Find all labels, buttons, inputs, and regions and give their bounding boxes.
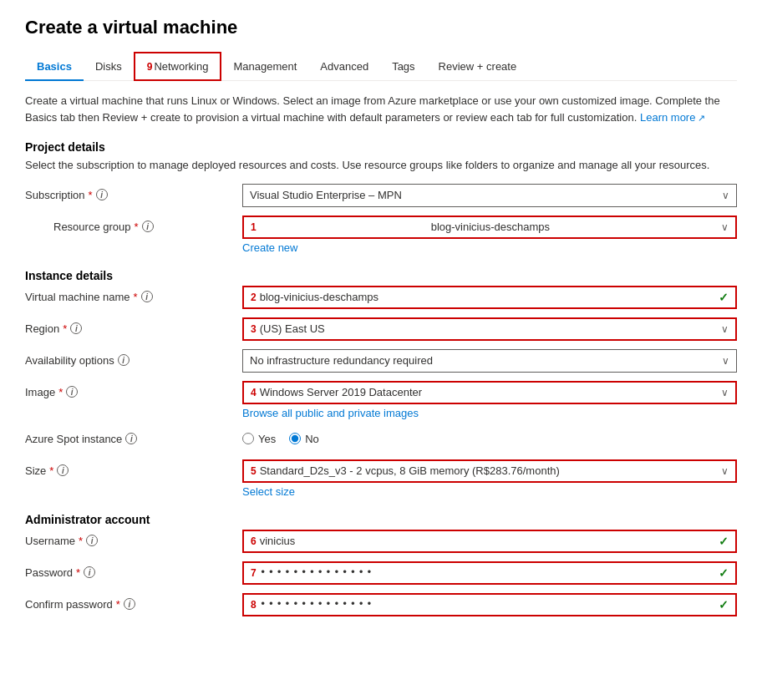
subscription-dropdown-arrow: ∨ [722, 190, 729, 201]
size-label: Size * i [25, 459, 242, 477]
username-info-icon[interactable]: i [86, 535, 98, 546]
spot-yes-option[interactable]: Yes [242, 433, 276, 445]
tab-disks[interactable]: Disks [84, 53, 134, 81]
image-number: 4 [251, 387, 257, 398]
spot-label: Azure Spot instance i [25, 428, 242, 445]
region-control: 3 (US) East US ∨ [242, 317, 737, 341]
spot-info-icon[interactable]: i [125, 433, 137, 444]
select-size-link[interactable]: Select size [242, 485, 737, 498]
resource-group-label: Resource group * i [25, 216, 242, 233]
admin-account-section: Administrator account Username * i 6 vin… [25, 513, 737, 616]
spot-yes-radio[interactable] [242, 433, 254, 444]
availability-dropdown-arrow: ∨ [722, 355, 729, 367]
spot-no-radio[interactable] [289, 433, 301, 444]
region-dropdown-arrow: ∨ [721, 323, 729, 335]
size-row: Size * i 5 Standard_D2s_v3 - 2 vcpus, 8 … [25, 459, 737, 498]
admin-account-title: Administrator account [25, 513, 737, 526]
browse-images-link[interactable]: Browse all public and private images [242, 407, 737, 419]
size-control: 5 Standard_D2s_v3 - 2 vcpus, 8 GiB memor… [242, 459, 737, 498]
size-number: 5 [251, 465, 257, 477]
learn-more-link[interactable]: Learn more [640, 111, 706, 124]
vm-name-label: Virtual machine name * i [25, 286, 242, 303]
confirm-password-info-icon[interactable]: i [124, 598, 135, 610]
tab-basics[interactable]: Basics [25, 53, 84, 81]
resource-group-number: 1 [251, 221, 257, 233]
region-dropdown[interactable]: 3 (US) East US ∨ [242, 317, 737, 341]
username-valid-icon: ✓ [719, 535, 729, 548]
vm-name-row: Virtual machine name * i 2 blog-vinicius… [25, 286, 737, 309]
availability-label: Availability options i [25, 349, 242, 367]
image-dropdown[interactable]: 4 Windows Server 2019 Datacenter ∨ [242, 381, 737, 404]
confirm-password-number: 8 [251, 599, 257, 611]
spot-no-option[interactable]: No [289, 433, 319, 445]
password-label: Password * i [25, 561, 242, 579]
confirm-password-control: 8 •••••••••••••• ✓ [242, 593, 737, 616]
vm-name-input[interactable]: 2 blog-vinicius-deschamps ✓ [242, 286, 737, 309]
region-label: Region * i [25, 317, 242, 335]
tab-review-create[interactable]: Review + create [427, 53, 529, 81]
region-row: Region * i 3 (US) East US ∨ [25, 317, 737, 341]
password-input[interactable]: 7 •••••••••••••• ✓ [242, 561, 737, 585]
vm-name-valid-icon: ✓ [719, 291, 729, 304]
tab-advanced[interactable]: Advanced [308, 53, 380, 81]
confirm-password-input[interactable]: 8 •••••••••••••• ✓ [242, 593, 737, 616]
confirm-password-valid-icon: ✓ [719, 598, 729, 611]
subscription-row: Subscription * i Visual Studio Enterpris… [25, 184, 737, 207]
resource-group-info-icon[interactable]: i [142, 221, 154, 232]
image-control: 4 Windows Server 2019 Datacenter ∨ Brows… [242, 381, 737, 419]
instance-details-section: Instance details Virtual machine name * … [25, 269, 737, 498]
tab-networking[interactable]: 9Networking [134, 52, 222, 81]
resource-group-dropdown-arrow: ∨ [721, 221, 729, 233]
password-control: 7 •••••••••••••• ✓ [242, 561, 737, 585]
size-dropdown-arrow: ∨ [721, 465, 729, 477]
subscription-control: Visual Studio Enterprise – MPN ∨ [242, 184, 737, 207]
username-row: Username * i 6 vinicius ✓ [25, 530, 737, 553]
spot-radio-group: Yes No [242, 428, 737, 445]
spot-control: Yes No [242, 428, 737, 445]
availability-info-icon[interactable]: i [118, 354, 130, 366]
resource-group-row: Resource group * i 1 blog-vinicius-desch… [25, 216, 737, 254]
resource-group-dropdown[interactable]: 1 blog-vinicius-deschamps ∨ [242, 216, 737, 239]
create-new-link[interactable]: Create new [242, 241, 737, 254]
image-row: Image * i 4 Windows Server 2019 Datacent… [25, 381, 737, 419]
project-details-desc: Select the subscription to manage deploy… [25, 157, 737, 174]
password-info-icon[interactable]: i [84, 566, 95, 578]
confirm-password-label: Confirm password * i [25, 593, 242, 611]
password-number: 7 [251, 567, 257, 579]
availability-dropdown[interactable]: No infrastructure redundancy required ∨ [242, 349, 737, 373]
tab-bar: Basics Disks 9Networking Management Adva… [25, 52, 737, 81]
password-row: Password * i 7 •••••••••••••• ✓ [25, 561, 737, 585]
resource-group-control: 1 blog-vinicius-deschamps ∨ Create new [242, 216, 737, 254]
image-dropdown-arrow: ∨ [721, 387, 729, 398]
vm-name-control: 2 blog-vinicius-deschamps ✓ [242, 286, 737, 309]
username-input[interactable]: 6 vinicius ✓ [242, 530, 737, 553]
confirm-password-row: Confirm password * i 8 •••••••••••••• ✓ [25, 593, 737, 616]
page-description: Create a virtual machine that runs Linux… [25, 93, 737, 125]
page-title: Create a virtual machine [25, 17, 737, 38]
project-details-title: Project details [25, 140, 737, 154]
availability-control: No infrastructure redundancy required ∨ [242, 349, 737, 373]
region-info-icon[interactable]: i [70, 322, 82, 334]
size-info-icon[interactable]: i [57, 464, 69, 476]
instance-details-title: Instance details [25, 269, 737, 282]
tab-management[interactable]: Management [221, 53, 308, 81]
availability-row: Availability options i No infrastructure… [25, 349, 737, 373]
password-valid-icon: ✓ [719, 566, 729, 580]
username-control: 6 vinicius ✓ [242, 530, 737, 553]
image-info-icon[interactable]: i [66, 386, 78, 398]
username-number: 6 [251, 535, 257, 547]
subscription-info-icon[interactable]: i [96, 189, 108, 200]
vm-name-number: 2 [251, 292, 257, 303]
spot-instance-row: Azure Spot instance i Yes No [25, 428, 737, 451]
tab-tags[interactable]: Tags [380, 53, 426, 81]
username-label: Username * i [25, 530, 242, 547]
vm-name-info-icon[interactable]: i [141, 291, 153, 302]
subscription-label: Subscription * i [25, 184, 242, 201]
project-details-section: Project details Select the subscription … [25, 140, 737, 254]
image-label: Image * i [25, 381, 242, 398]
region-number: 3 [251, 323, 257, 335]
subscription-dropdown[interactable]: Visual Studio Enterprise – MPN ∨ [242, 184, 737, 207]
size-dropdown[interactable]: 5 Standard_D2s_v3 - 2 vcpus, 8 GiB memor… [242, 459, 737, 483]
